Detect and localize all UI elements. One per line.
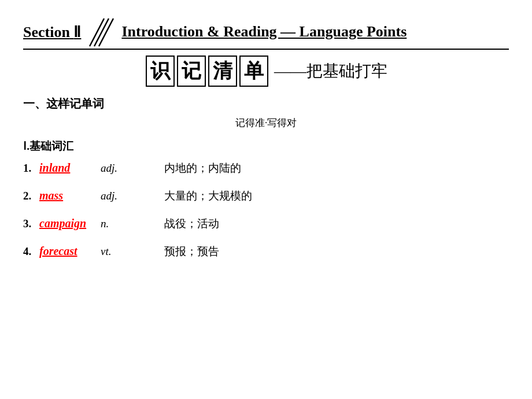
section-label: Section Ⅱ [23, 23, 81, 41]
diagonal-lines-icon [87, 17, 116, 46]
chinese-char-4: 单 [239, 56, 268, 87]
chinese-char-1: 识 [146, 56, 175, 87]
vocab-number-4: 4. [23, 245, 39, 258]
vocab-word-4: forecast [39, 245, 97, 258]
vocab-word-3: campaign [39, 217, 97, 230]
chinese-title-area: 识 记 清 单 ——把基础打牢 [23, 56, 509, 87]
vocab-pos-2: adj. [101, 190, 130, 202]
vocab-item-3: 3. campaign n. 战役；活动 [23, 216, 509, 231]
vocab-word-2: mass [39, 189, 97, 202]
chinese-subtitle: ——把基础打牢 [274, 60, 387, 82]
vocab-pos-1: adj. [101, 162, 130, 175]
sub-section-label: Ⅰ.基础词汇 [23, 139, 509, 154]
vocab-word-1: inland [39, 161, 97, 175]
vocab-number-3: 3. [23, 217, 39, 230]
subtitle-small: 记得准·写得对 [23, 116, 509, 130]
chinese-title-box: 识 记 清 单 ——把基础打牢 [145, 56, 387, 87]
vocab-meaning-3: 战役；活动 [164, 216, 219, 231]
vocab-meaning-4: 预报；预告 [164, 244, 219, 259]
vocab-item-2: 2. mass adj. 大量的；大规模的 [23, 189, 509, 204]
page-container: Section Ⅱ Introduction & Reading — Langu… [0, 0, 532, 399]
vocab-pos-3: n. [101, 217, 130, 230]
section-one-label: 一、这样记单词 [23, 96, 509, 112]
header-section: Section Ⅱ Introduction & Reading — Langu… [23, 17, 509, 50]
vocab-item-1: 1. inland adj. 内地的；内陆的 [23, 161, 509, 176]
vocab-number-2: 2. [23, 190, 39, 202]
vocab-number-1: 1. [23, 162, 39, 175]
vocab-meaning-1: 内地的；内陆的 [164, 161, 241, 176]
header-subtitle: Introduction & Reading — Language Points [121, 23, 407, 40]
chinese-char-3: 清 [208, 56, 237, 87]
vocab-meaning-2: 大量的；大规模的 [164, 189, 252, 204]
vocab-list: 1. inland adj. 内地的；内陆的 2. mass adj. 大量的；… [23, 161, 509, 259]
chinese-char-2: 记 [177, 56, 206, 87]
vocab-item-4: 4. forecast vt. 预报；预告 [23, 244, 509, 259]
vocab-pos-4: vt. [101, 245, 130, 258]
